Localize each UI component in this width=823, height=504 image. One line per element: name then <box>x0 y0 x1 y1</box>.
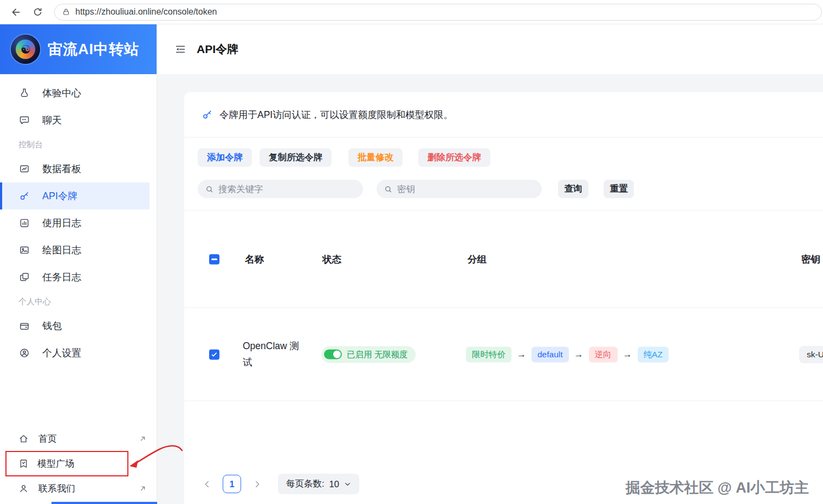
group-arrow-icon: → <box>574 349 584 360</box>
group-tag[interactable]: 逆向 <box>589 346 618 362</box>
group-arrow-icon: → <box>623 349 632 360</box>
external-link-icon <box>139 485 147 493</box>
column-header-key: 密钥 <box>801 253 820 266</box>
token-key[interactable]: sk-U <box>799 346 823 363</box>
prev-page-icon[interactable] <box>198 475 216 493</box>
select-all-checkbox[interactable] <box>209 254 219 264</box>
sidebar-footer: 首页 模型广场 联系我们 <box>0 427 157 501</box>
sidebar-item-label: 个人设置 <box>42 346 81 359</box>
info-row: 令牌用于API访问认证，可以设置额度限制和模型权限。 <box>184 92 823 138</box>
dashboard-icon <box>18 163 30 175</box>
column-header-name: 名称 <box>245 253 264 266</box>
sidebar: ☯ 宙流AI中转站 体验中心 聊天 控制台 <box>0 24 157 504</box>
brand-logo-icon: ☯ <box>11 35 40 64</box>
query-button[interactable]: 查询 <box>558 180 588 198</box>
topbar: API令牌 <box>157 24 823 74</box>
page-size-label: 每页条数: <box>286 478 325 490</box>
search-icon <box>205 185 213 193</box>
search-row: 查询 重置 <box>184 180 823 198</box>
next-page-icon[interactable] <box>248 475 266 493</box>
actions-row: 添加令牌 复制所选令牌 批量修改 删除所选令牌 <box>184 148 823 167</box>
sidebar-item-label: 联系我们 <box>38 482 129 495</box>
column-header-status: 状态 <box>322 253 341 266</box>
person-icon <box>18 483 29 494</box>
status-toggle[interactable] <box>324 350 342 359</box>
status-text: 已启用 无限额度 <box>347 349 408 360</box>
app-frame: ☯ 宙流AI中转站 体验中心 聊天 控制台 <box>0 24 823 504</box>
sidebar-item-task-log[interactable]: 任务日志 <box>0 264 157 291</box>
search-keyword-input[interactable] <box>218 184 343 194</box>
image-icon <box>18 244 30 256</box>
page-size-value: 10 <box>329 479 339 489</box>
sidebar-item-label: 聊天 <box>42 114 62 127</box>
flask-icon <box>18 87 30 99</box>
sidebar-item-chat[interactable]: 聊天 <box>0 107 157 134</box>
sidebar-item-wallet[interactable]: 钱包 <box>0 312 157 339</box>
group-arrow-icon: → <box>517 349 526 360</box>
reset-button[interactable]: 重置 <box>604 180 634 198</box>
home-icon <box>18 434 29 444</box>
section-label-console: 控制台 <box>0 134 157 155</box>
table-header-row: 名称 状态 分组 密钥 <box>184 211 823 308</box>
pagination: 1 每页条数: 10 <box>198 474 359 494</box>
main-area: API令牌 令牌用于API访问认证，可以设置额度限制和模型权限。 添加令牌 复制… <box>157 24 823 504</box>
page-title: API令牌 <box>197 42 238 57</box>
page-size-select[interactable]: 每页条数: 10 <box>278 474 359 494</box>
page-1-button[interactable]: 1 <box>223 475 241 493</box>
content: 令牌用于API访问认证，可以设置额度限制和模型权限。 添加令牌 复制所选令牌 批… <box>157 74 823 504</box>
chevron-down-icon <box>344 481 351 488</box>
sidebar-item-label: 模型广场 <box>37 457 118 470</box>
sidebar-item-drawing-log[interactable]: 绘图日志 <box>0 237 157 264</box>
screen: https://zhouliuai.online/console/token ☯… <box>0 0 823 504</box>
sidebar-item-personal-settings[interactable]: 个人设置 <box>0 339 157 366</box>
sidebar-item-usage-log[interactable]: 使用日志 <box>0 210 157 237</box>
sidebar-item-home[interactable]: 首页 <box>0 427 157 451</box>
sidebar-item-experience-center[interactable]: 体验中心 <box>0 80 157 107</box>
sidebar-item-contact-us[interactable]: 联系我们 <box>0 476 157 501</box>
bar-chart-icon <box>18 217 30 229</box>
sidebar-item-label: 数据看板 <box>42 162 81 175</box>
address-bar[interactable]: https://zhouliuai.online/console/token <box>54 4 822 21</box>
sidebar-item-dashboard[interactable]: 数据看板 <box>0 155 157 182</box>
refresh-icon[interactable] <box>28 3 47 21</box>
sidebar-item-label: 钱包 <box>42 319 62 332</box>
group-tag[interactable]: 纯AZ <box>638 346 669 362</box>
brand: ☯ 宙流AI中转站 <box>0 24 157 74</box>
search-icon <box>384 185 392 193</box>
sidebar-item-label: 任务日志 <box>42 271 81 284</box>
back-icon[interactable] <box>7 3 25 21</box>
token-card: 令牌用于API访问认证，可以设置额度限制和模型权限。 添加令牌 复制所选令牌 批… <box>184 92 823 504</box>
group-chain: 限时特价 → default → 逆向 → 纯AZ <box>466 346 669 362</box>
sidebar-item-model-plaza[interactable]: 模型广场 <box>5 451 128 476</box>
wallet-icon <box>18 320 30 332</box>
search-key-input[interactable] <box>397 184 522 194</box>
sidebar-item-label: 使用日志 <box>42 217 81 230</box>
add-token-button[interactable]: 添加令牌 <box>198 148 252 167</box>
keyword-search-field[interactable] <box>198 180 363 198</box>
collapse-sidebar-icon[interactable] <box>174 43 186 55</box>
copy-icon <box>18 271 30 283</box>
sidebar-nav: 体验中心 聊天 控制台 数据看板 <box>0 74 157 366</box>
status-badge: 已启用 无限额度 <box>321 346 416 363</box>
key-search-field[interactable] <box>377 180 542 198</box>
watermark: 掘金技术社区 @ AI小工坊主 <box>626 478 809 498</box>
sidebar-item-label: 首页 <box>38 433 129 445</box>
browser-bar: https://zhouliuai.online/console/token <box>0 0 823 24</box>
row-checkbox[interactable] <box>209 349 219 359</box>
section-label-personal: 个人中心 <box>0 291 157 312</box>
key-info-icon <box>202 109 212 120</box>
chat-icon <box>18 114 30 126</box>
copy-selected-tokens-button[interactable]: 复制所选令牌 <box>260 148 332 167</box>
url-text: https://zhouliuai.online/console/token <box>75 7 217 17</box>
delete-selected-tokens-button[interactable]: 删除所选令牌 <box>418 148 490 167</box>
sidebar-item-label: 绘图日志 <box>42 244 81 257</box>
bottom-strip <box>51 502 157 504</box>
sidebar-item-label: API令牌 <box>42 189 77 202</box>
batch-edit-button[interactable]: 批量修改 <box>348 148 403 167</box>
group-tag[interactable]: 限时特价 <box>466 346 511 362</box>
sidebar-item-label: 体验中心 <box>42 87 81 100</box>
sidebar-item-api-token[interactable]: API令牌 <box>0 182 150 210</box>
external-link-icon <box>139 435 147 443</box>
token-name: OpenClaw 测试 <box>243 338 300 371</box>
group-tag[interactable]: default <box>532 346 569 362</box>
